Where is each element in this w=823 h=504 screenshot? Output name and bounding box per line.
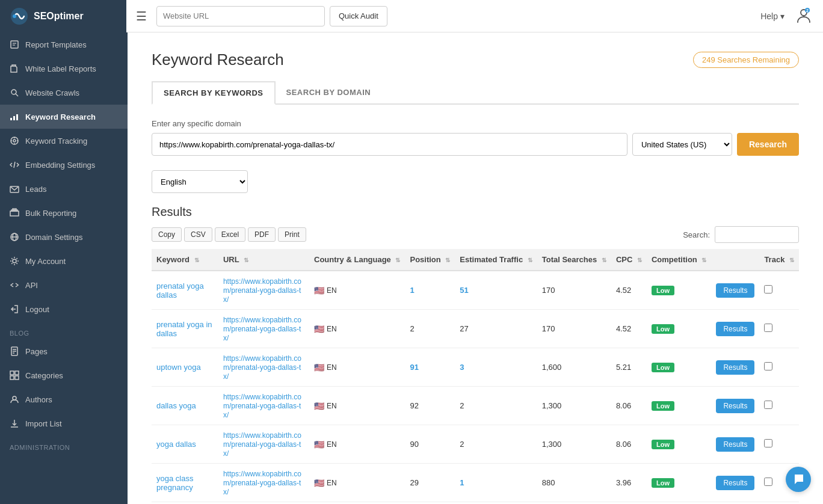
cell-results-btn[interactable]: Results xyxy=(711,348,759,387)
cell-keyword[interactable]: yoga class pregnancy xyxy=(152,464,218,502)
cell-url[interactable]: https://www.kopabirth.com/prenatal-yoga-… xyxy=(218,425,309,464)
svg-rect-11 xyxy=(13,116,15,120)
pdf-button[interactable]: PDF xyxy=(248,227,276,242)
cell-cpc: 4.52 xyxy=(611,271,647,310)
sidebar-item-my-account[interactable]: My Account xyxy=(0,249,128,273)
search-controls: United States (US) United Kingdom (GB) C… xyxy=(632,133,732,156)
cell-url[interactable]: https://www.kopabirth.com/prenatal-yoga-… xyxy=(218,348,309,387)
table-search-input[interactable] xyxy=(715,226,799,243)
sidebar-item-keyword-tracking[interactable]: Keyword Tracking xyxy=(0,129,128,153)
col-total-searches[interactable]: Total Searches ⇅ xyxy=(537,249,611,271)
table-row: yoga pregnancy class https://www.kopabir… xyxy=(152,502,799,505)
cell-results-btn[interactable]: Results xyxy=(711,464,759,502)
cell-track[interactable] xyxy=(759,271,799,310)
col-competition[interactable]: Competition ⇅ xyxy=(647,249,711,271)
cell-track[interactable] xyxy=(759,310,799,348)
sidebar-item-pages[interactable]: Pages xyxy=(0,339,128,363)
sidebar-label: API xyxy=(25,281,38,290)
help-label: Help xyxy=(760,11,778,21)
cell-track[interactable] xyxy=(759,348,799,387)
svg-rect-23 xyxy=(13,209,16,210)
cell-url[interactable]: https://www.kopabirth.com/prenatal-yoga-… xyxy=(218,502,309,505)
chat-bubble[interactable] xyxy=(786,467,811,492)
sidebar-item-keyword-research[interactable]: Keyword Research xyxy=(0,105,128,129)
cell-keyword[interactable]: prenatal yoga in dallas xyxy=(152,310,218,348)
cell-track[interactable] xyxy=(759,425,799,464)
logo[interactable]: SEOptimer xyxy=(0,0,126,32)
sidebar-item-api[interactable]: API xyxy=(0,273,128,297)
csv-button[interactable]: CSV xyxy=(184,227,212,242)
col-url[interactable]: URL ⇅ xyxy=(218,249,309,271)
sidebar-item-report-templates[interactable]: Report Templates xyxy=(0,32,128,57)
sidebar-item-domain-settings[interactable]: Domain Settings xyxy=(0,225,128,249)
print-button[interactable]: Print xyxy=(278,227,306,242)
help-button[interactable]: Help ▾ xyxy=(760,11,784,21)
tab-search-by-keywords[interactable]: Search By Keywords xyxy=(152,81,276,105)
cell-track[interactable] xyxy=(759,502,799,505)
top-nav: SEOptimer ☰ Quick Audit Help ▾ 2 xyxy=(0,0,823,32)
sidebar-item-import-list[interactable]: Import List xyxy=(0,411,128,435)
cell-position: 92 xyxy=(405,387,455,425)
col-estimated-traffic[interactable]: Estimated Traffic ⇅ xyxy=(455,249,537,271)
col-position[interactable]: Position ⇅ xyxy=(405,249,455,271)
country-select[interactable]: United States (US) United Kingdom (GB) C… xyxy=(632,133,732,156)
cell-results-btn[interactable]: Results xyxy=(711,310,759,348)
svg-point-27 xyxy=(13,259,16,263)
domain-input[interactable] xyxy=(152,133,627,156)
sidebar-item-leads[interactable]: Leads xyxy=(0,177,128,201)
cell-cpc: 3.96 xyxy=(611,502,647,505)
sidebar-item-authors[interactable]: Authors xyxy=(0,387,128,411)
cell-url[interactable]: https://www.kopabirth.com/prenatal-yoga-… xyxy=(218,387,309,425)
cell-url[interactable]: https://www.kopabirth.com/prenatal-yoga-… xyxy=(218,464,309,502)
cell-results-btn[interactable]: Results xyxy=(711,387,759,425)
hamburger-button[interactable]: ☰ xyxy=(136,9,147,23)
url-input[interactable] xyxy=(156,6,325,26)
search-row: United States (US) United Kingdom (GB) C… xyxy=(152,133,799,156)
research-button[interactable]: Research xyxy=(737,133,799,156)
cell-traffic: 1 xyxy=(455,502,537,505)
sidebar-item-white-label-reports[interactable]: White Label Reports xyxy=(0,57,128,81)
cell-results-btn[interactable]: Results xyxy=(711,425,759,464)
cell-country-language: 🇺🇸 EN xyxy=(309,387,405,425)
cell-competition: Low xyxy=(647,502,711,505)
logo-text: SEOptimer xyxy=(34,11,84,22)
cell-position: 1 xyxy=(405,271,455,310)
col-keyword[interactable]: Keyword ⇅ xyxy=(152,249,218,271)
quick-audit-button[interactable]: Quick Audit xyxy=(330,6,387,26)
cell-url[interactable]: https://www.kopabirth.com/prenatal-yoga-… xyxy=(218,310,309,348)
cell-keyword[interactable]: yoga pregnancy class xyxy=(152,502,218,505)
sidebar-item-bulk-reporting[interactable]: Bulk Reporting xyxy=(0,201,128,225)
table-row: prenatal yoga dallas https://www.kopabir… xyxy=(152,271,799,310)
cell-url[interactable]: https://www.kopabirth.com/prenatal-yoga-… xyxy=(218,271,309,310)
sidebar-label: Keyword Tracking xyxy=(25,137,87,146)
cell-results-btn[interactable]: Results xyxy=(711,502,759,505)
tab-search-by-domain[interactable]: Search By Domain xyxy=(276,81,382,103)
col-cpc[interactable]: CPC ⇅ xyxy=(611,249,647,271)
cell-keyword[interactable]: prenatal yoga dallas xyxy=(152,271,218,310)
sidebar-item-embedding-settings[interactable]: Embedding Settings xyxy=(0,153,128,177)
svg-rect-12 xyxy=(16,114,18,120)
cell-results-btn[interactable]: Results xyxy=(711,271,759,310)
sidebar-item-logout[interactable]: Logout xyxy=(0,297,128,321)
col-track[interactable]: Track ⇅ xyxy=(759,249,799,271)
col-country-language[interactable]: Country & Language ⇅ xyxy=(309,249,405,271)
svg-rect-10 xyxy=(10,118,12,120)
sidebar-item-website-crawls[interactable]: Website Crawls xyxy=(0,81,128,105)
cell-keyword[interactable]: yoga dallas xyxy=(152,425,218,464)
help-chevron: ▾ xyxy=(780,11,784,21)
copy-button[interactable]: Copy xyxy=(152,227,182,242)
cell-total-searches: 1,300 xyxy=(537,425,611,464)
admin-section-label: Administration xyxy=(0,435,128,453)
cell-keyword[interactable]: dallas yoga xyxy=(152,387,218,425)
user-icon-button[interactable]: 2 xyxy=(794,7,813,26)
excel-button[interactable]: Excel xyxy=(215,227,245,242)
svg-rect-21 xyxy=(10,211,19,216)
cell-country-language: 🇺🇸 EN xyxy=(309,310,405,348)
blog-section-label: Blog xyxy=(0,321,128,339)
cell-track[interactable] xyxy=(759,387,799,425)
sidebar-item-categories[interactable]: Categories xyxy=(0,363,128,387)
table-row: yoga dallas https://www.kopabirth.com/pr… xyxy=(152,425,799,464)
col-results xyxy=(711,249,759,271)
cell-keyword[interactable]: uptown yoga xyxy=(152,348,218,387)
language-select[interactable]: English Spanish French German xyxy=(152,170,248,193)
